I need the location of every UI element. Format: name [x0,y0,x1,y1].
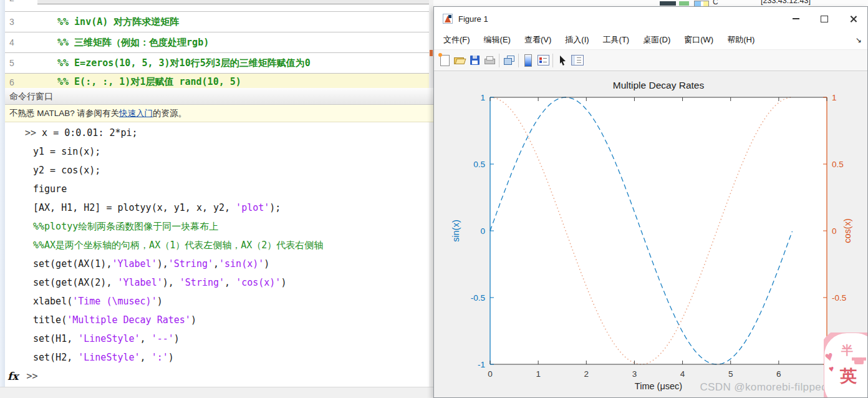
property-inspector-icon[interactable] [570,52,585,69]
quick-start-link[interactable]: 快速入门 [119,109,153,118]
editor-pane[interactable]: 2%% A(:) A矩阵按列拉长3%% inv(A) 对方阵求逆矩阵4%% 三维… [5,0,429,89]
menu-item-desktop[interactable]: 桌面(D) [636,34,677,46]
command-line: figure [5,180,429,198]
y-axis-label-left: sin(x) [451,220,461,241]
minimize-icon [793,18,799,19]
command-line: y1 = sin(x); [5,142,429,161]
command-window-banner: 不熟悉 MATLAB? 请参阅有关快速入门的资源。 [5,105,433,122]
open-file-icon[interactable] [452,52,467,69]
figure-title: Figure 1 [458,14,781,24]
stamp-char-bottom: 英 [840,365,857,387]
menu-item-tools[interactable]: 工具(T) [596,34,637,46]
clipped-toolbar-icon [660,1,676,6]
figure-toolbar [434,49,867,71]
command-window-scrollbar[interactable] [429,122,433,387]
command-line: %%plotyy绘制两条函数图像于同一块幕布上 [5,217,429,236]
command-prompt: >> [26,367,37,386]
close-icon [849,15,857,23]
banner-text-suffix: 的资源。 [153,109,186,118]
command-line: title('Multiple Decay Rates') [5,311,429,329]
command-line: >> x = 0:0.01: 2*pi; [5,124,429,142]
y-tick-label-right: 0 [832,226,837,236]
insert-legend-icon[interactable] [536,52,551,69]
new-figure-icon[interactable] [437,52,452,69]
dock-figure-icon[interactable] [856,36,867,44]
x-tick-label: 1 [536,369,541,379]
editor-line[interactable]: 2%% A(:) A矩阵按列拉长 [5,0,429,11]
y-tick-label-right: 1 [832,93,837,102]
maximize-button[interactable] [810,7,839,31]
x-tick-label: 5 [728,369,733,379]
menu-item-view[interactable]: 查看(V) [518,34,558,46]
editor-line[interactable]: 5%% E=zeros(10, 5, 3)对10行5列3层的三维矩阵赋值为0 [5,52,429,73]
figure-plot: 01234567-1-0.500.51-1-0.500.51Multiple D… [434,71,867,397]
shirt-icon [854,357,864,364]
print-figure-icon[interactable] [482,52,497,69]
x-tick-label: 0 [488,369,493,379]
close-button[interactable] [839,7,867,31]
command-prompt-row[interactable]: fx>> [5,367,429,386]
csdn-watermark: CSDN @komorebi-filpped [700,381,827,394]
save-figure-icon[interactable] [467,52,482,69]
matlab-figure-icon [443,14,453,24]
clipped-letter: C [713,0,718,6]
menu-item-edit[interactable]: 编辑(E) [477,34,518,46]
figure-window: Figure 1 文件(F)编辑(E)查看(V)插入(I)工具(T)桌面(D)窗… [433,6,868,398]
plot-title: Multiple Decay Rates [613,80,705,90]
command-window-body[interactable]: >> x = 0:0.01: 2*pi;y1 = sin(x);y2 = cos… [5,122,429,387]
editor-line[interactable]: 3%% inv(A) 对方阵求逆矩阵 [5,11,429,32]
x-tick-label: 6 [776,369,781,379]
editor-scroll-marker [430,50,433,56]
x-tick-label: 2 [584,369,589,379]
editor-line[interactable]: 4%% 三维矩阵（例如：色度处理rgb) [5,32,429,52]
y-tick-label-left: -0.5 [471,293,485,303]
maximize-icon [821,16,828,22]
x-tick-label: 3 [632,369,637,379]
menu-item-insert[interactable]: 插入(I) [558,34,596,46]
clipped-toolbar-icon [679,1,689,6]
stamp-char-top: 半 [841,342,853,359]
command-line: set(get(AX(2), 'Ylabel'), 'String', 'cos… [5,273,429,292]
figure-canvas: 01234567-1-0.500.51-1-0.500.51Multiple D… [434,71,867,397]
toolbar-separator [499,54,499,67]
command-line: set(get(AX(1),'Ylabel'),'String','sin(x)… [5,255,429,273]
stamp-logo: ♥ ♥ 半 英 [824,332,867,397]
plot-box [490,97,827,364]
y-tick-label-left: 1 [480,93,485,102]
command-line: set(H2, 'LineStyle', ':') [5,348,429,367]
y-tick-label-left: -1 [478,360,485,369]
line-number: 4 [5,32,26,52]
line-number: 5 [5,53,26,73]
toolbar-separator [518,54,519,67]
toolbar-separator [552,54,553,67]
link-plot-icon[interactable] [501,52,516,69]
figure-menubar: 文件(F)编辑(E)查看(V)插入(I)工具(T)桌面(D)窗口(W)帮助(H) [434,31,867,49]
minimize-button[interactable] [781,7,810,31]
editor-scrollbar[interactable] [429,0,433,88]
matlab-desktop: 2%% A(:) A矩阵按列拉长3%% inv(A) 对方阵求逆矩阵4%% 三维… [0,0,868,398]
y-tick-label-right: 0.5 [832,160,844,169]
clipped-value-text: [233.43.12.43] [761,0,811,5]
fx-button[interactable]: fx [7,367,18,386]
editor-section-divider [37,0,429,4]
insert-colorbar-icon[interactable] [521,52,536,69]
command-line: [AX, H1, H2] = plotyy(x, y1, x, y2, 'plo… [5,198,429,217]
editor-line-text: %% inv(A) 对方阵求逆矩阵 [26,12,179,32]
menu-item-file[interactable]: 文件(F) [436,34,477,46]
editor-line-text: %% 三维矩阵（例如：色度处理rgb) [26,32,209,52]
command-window-header: 命令行窗口 [5,88,433,105]
x-tick-label: 4 [680,369,685,379]
edit-plot-icon[interactable] [555,52,570,69]
figure-titlebar[interactable]: Figure 1 [434,7,867,31]
editor-line-text: %% E=zeros(10, 5, 3)对10行5列3层的三维矩阵赋值为0 [26,53,311,73]
line-number: 3 [5,12,26,32]
menu-item-help[interactable]: 帮助(H) [720,34,761,46]
x-axis-label: Time (μsec) [635,381,682,391]
banner-text-prefix: 不熟悉 MATLAB? 请参阅有关 [9,109,119,118]
menu-item-window[interactable]: 窗口(W) [677,34,720,46]
desktop-bottom-strip [0,387,433,398]
command-line: %%AX是两个坐标轴的句柄，AX（1）代表左侧轴，AX（2）代表右侧轴 [5,236,429,255]
y-tick-label-right: -0.5 [832,293,846,303]
y-tick-label-left: 0 [480,226,485,236]
command-line: y2 = cos(x); [5,161,429,180]
